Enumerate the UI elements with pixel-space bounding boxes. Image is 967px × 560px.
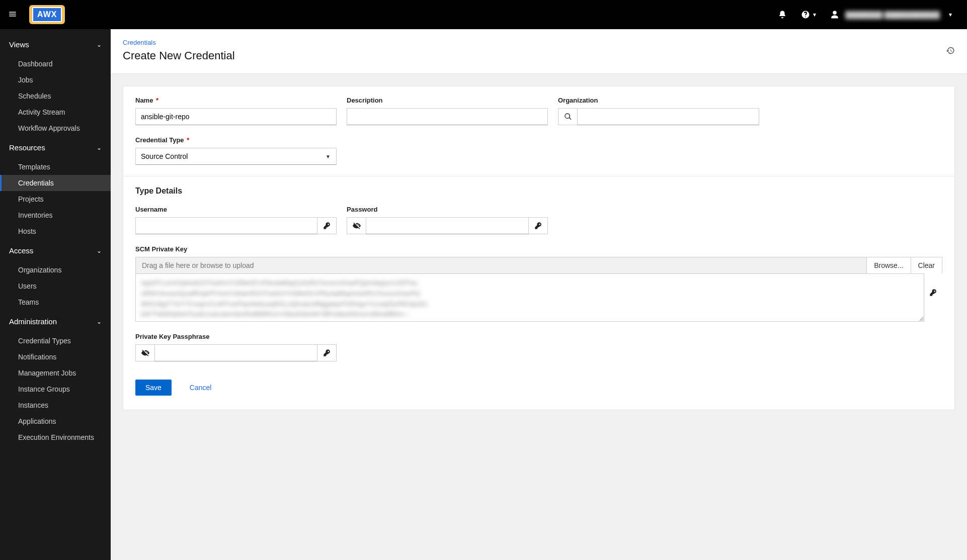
notifications-icon[interactable] <box>778 10 787 19</box>
save-button[interactable]: Save <box>135 380 172 396</box>
sidebar-item-management-jobs[interactable]: Management Jobs <box>0 365 111 381</box>
divider <box>123 176 954 176</box>
eye-slash-icon <box>353 222 361 230</box>
chevron-down-icon: ⌄ <box>97 247 102 254</box>
password-visibility-toggle[interactable] <box>347 217 366 234</box>
scm-key-drop-hint: Drag a file here or browse to upload <box>136 257 866 273</box>
scm-key-end-line: -----END OPENSSH PRIVATE KEY----- <box>141 320 919 322</box>
key-icon <box>534 222 542 230</box>
top-header: AWX ▾ ████████ ████████████ ▾ <box>0 0 967 29</box>
scm-key-textarea[interactable]: hgskfTLocmOptmde2CFwdrtvYnS8ke5CnPlesdaM… <box>135 273 924 322</box>
password-label: Password <box>347 206 548 213</box>
sidebar-item-instance-groups[interactable]: Instance Groups <box>0 381 111 397</box>
nav-section-access[interactable]: Access⌄ <box>0 239 111 262</box>
username-label: Username <box>135 206 337 213</box>
organization-label: Organization <box>558 97 759 104</box>
name-label: Name * <box>135 97 337 104</box>
nav-section-resources[interactable]: Resources⌄ <box>0 136 111 159</box>
sidebar: Views⌄ Dashboard Jobs Schedules Activity… <box>0 29 111 560</box>
credential-type-label: Credential Type * <box>135 136 337 144</box>
password-input[interactable] <box>366 217 529 234</box>
sidebar-item-templates[interactable]: Templates <box>0 159 111 175</box>
app-logo-text: AWX <box>32 7 62 22</box>
form-actions: Save Cancel <box>135 380 942 396</box>
sidebar-item-inventories[interactable]: Inventories <box>0 207 111 223</box>
password-key-button[interactable] <box>529 217 548 234</box>
type-details-title: Type Details <box>135 186 942 196</box>
breadcrumb: Credentials <box>123 38 955 46</box>
history-icon[interactable] <box>946 46 955 57</box>
search-icon <box>564 113 572 121</box>
app-logo[interactable]: AWX <box>29 5 65 24</box>
sidebar-item-dashboard[interactable]: Dashboard <box>0 56 111 72</box>
sidebar-item-users[interactable]: Users <box>0 278 111 294</box>
chevron-down-icon: ▾ <box>949 11 952 18</box>
name-input[interactable] <box>135 108 337 125</box>
credential-form-card: Name * Description Organization <box>123 86 955 410</box>
sidebar-item-credential-types[interactable]: Credential Types <box>0 333 111 349</box>
eye-slash-icon <box>141 349 149 357</box>
username-key-button[interactable] <box>317 217 337 234</box>
key-icon <box>323 349 331 357</box>
sidebar-item-schedules[interactable]: Schedules <box>0 88 111 104</box>
nav-section-administration[interactable]: Administration⌄ <box>0 310 111 333</box>
passphrase-visibility-toggle[interactable] <box>135 344 154 361</box>
sidebar-item-projects[interactable]: Projects <box>0 191 111 207</box>
help-icon[interactable]: ▾ <box>801 10 816 19</box>
sidebar-item-workflow-approvals[interactable]: Workflow Approvals <box>0 120 111 136</box>
scm-key-key-button[interactable] <box>929 289 937 298</box>
chevron-down-icon: ⌄ <box>97 41 102 48</box>
sidebar-item-activity-stream[interactable]: Activity Stream <box>0 104 111 120</box>
chevron-down-icon: ⌄ <box>97 144 102 151</box>
organization-lookup-button[interactable] <box>558 108 577 125</box>
passphrase-key-button[interactable] <box>317 344 337 361</box>
cancel-button[interactable]: Cancel <box>180 380 222 396</box>
organization-input[interactable] <box>577 108 759 125</box>
browse-button[interactable]: Browse... <box>866 257 910 273</box>
passphrase-label: Private Key Passphrase <box>135 333 337 340</box>
sidebar-item-jobs[interactable]: Jobs <box>0 72 111 88</box>
user-menu[interactable]: ████████ ████████████ ▾ <box>830 10 952 19</box>
main-content: Credentials Create New Credential Name *… <box>111 29 967 560</box>
nav-section-views[interactable]: Views⌄ <box>0 33 111 56</box>
key-icon <box>929 289 937 297</box>
hamburger-menu-icon[interactable] <box>8 10 17 20</box>
sidebar-item-execution-environments[interactable]: Execution Environments <box>0 429 111 445</box>
chevron-down-icon: ⌄ <box>97 318 102 325</box>
user-display-name: ████████ ████████████ <box>845 11 940 19</box>
clear-button[interactable]: Clear <box>911 257 942 273</box>
key-icon <box>323 222 331 230</box>
sidebar-item-credentials[interactable]: Credentials <box>0 175 111 191</box>
description-input[interactable] <box>347 108 548 125</box>
scm-private-key-label: SCM Private Key <box>135 245 942 253</box>
scm-key-drop-zone[interactable]: Drag a file here or browse to upload Bro… <box>135 257 942 273</box>
breadcrumb-credentials-link[interactable]: Credentials <box>123 39 156 46</box>
passphrase-input[interactable] <box>154 344 317 361</box>
page-title: Create New Credential <box>123 49 955 62</box>
sidebar-item-notifications[interactable]: Notifications <box>0 349 111 365</box>
sidebar-item-applications[interactable]: Applications <box>0 413 111 429</box>
sidebar-item-hosts[interactable]: Hosts <box>0 223 111 239</box>
sidebar-item-instances[interactable]: Instances <box>0 397 111 413</box>
username-input[interactable] <box>135 217 317 234</box>
sidebar-item-teams[interactable]: Teams <box>0 294 111 310</box>
credential-type-select[interactable] <box>135 148 337 165</box>
sidebar-item-organizations[interactable]: Organizations <box>0 262 111 278</box>
chevron-down-icon: ▾ <box>813 11 816 18</box>
description-label: Description <box>347 97 548 104</box>
page-header: Credentials Create New Credential <box>111 29 967 74</box>
scm-key-blurred-body: hgskfTLocmOptmde2CFwdrtvYnS8ke5CnPlesdaM… <box>141 278 919 320</box>
